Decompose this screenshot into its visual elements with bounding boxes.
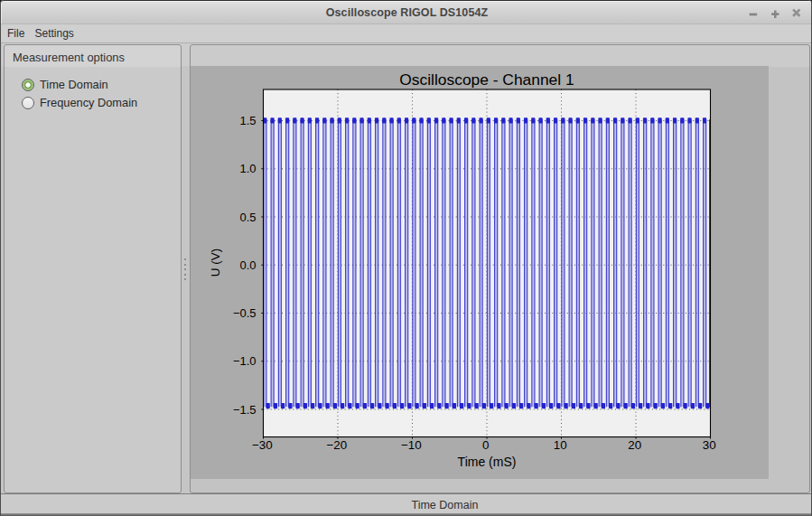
svg-text:0: 0 — [482, 438, 489, 452]
svg-text:30: 30 — [703, 438, 716, 452]
svg-text:0.5: 0.5 — [240, 211, 257, 224]
svg-text:−0.5: −0.5 — [233, 306, 257, 320]
svg-text:Time (mS): Time (mS) — [458, 455, 517, 469]
svg-text:−1.5: −1.5 — [233, 403, 257, 417]
svg-text:10: 10 — [554, 438, 567, 452]
svg-text:−10: −10 — [401, 438, 422, 452]
svg-text:20: 20 — [628, 438, 641, 452]
svg-text:−20: −20 — [326, 438, 347, 452]
svg-text:−30: −30 — [252, 438, 273, 452]
svg-text:0.0: 0.0 — [240, 258, 257, 272]
svg-text:1.0: 1.0 — [240, 162, 257, 175]
svg-text:−1.0: −1.0 — [233, 354, 257, 368]
svg-text:Oscilloscope - Channel 1: Oscilloscope - Channel 1 — [399, 70, 574, 89]
svg-text:U (V): U (V) — [209, 249, 222, 277]
svg-text:1.5: 1.5 — [240, 114, 257, 127]
